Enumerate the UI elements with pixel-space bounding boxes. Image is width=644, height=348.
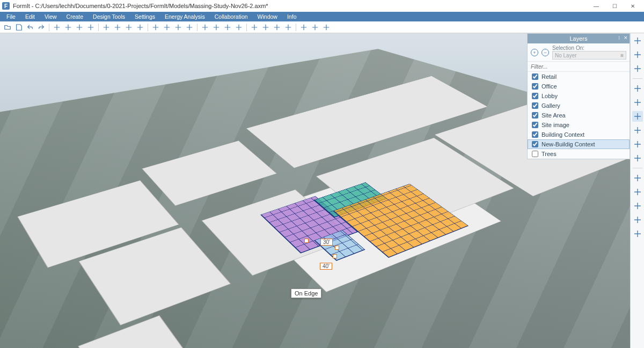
- layer-visibility-checkbox[interactable]: [532, 141, 538, 147]
- layers-panel: Layers ⁝ × + − Selection On: No Layer Re…: [527, 33, 630, 159]
- layer-remove-button[interactable]: −: [541, 49, 549, 56]
- materials-icon[interactable]: [632, 97, 643, 108]
- offset-button[interactable]: [162, 23, 172, 32]
- selection-on-dropdown[interactable]: No Layer: [552, 51, 626, 60]
- properties-icon[interactable]: [632, 153, 643, 164]
- palette-separator: [633, 78, 642, 79]
- menu-view[interactable]: View: [40, 13, 61, 20]
- redo-button[interactable]: [36, 23, 47, 32]
- shell-button[interactable]: [173, 23, 184, 32]
- layer-label: Lobby: [541, 93, 625, 99]
- menu-file[interactable]: File: [2, 13, 20, 20]
- menu-create[interactable]: Create: [62, 13, 88, 20]
- dimension-handle[interactable]: [333, 254, 337, 258]
- shadows-button[interactable]: [211, 23, 222, 32]
- select-button[interactable]: [52, 23, 62, 32]
- layers-icon[interactable]: [632, 125, 643, 136]
- layers-filter-input[interactable]: [531, 63, 626, 70]
- layer-item-new-buildig-context[interactable]: New-Buildig Context: [528, 139, 630, 149]
- layer-visibility-checkbox[interactable]: [532, 83, 538, 90]
- window-maximize[interactable]: ☐: [605, 1, 624, 11]
- layers-filter-row: [528, 62, 630, 72]
- menu-collaboration[interactable]: Collaboration: [210, 13, 252, 20]
- info-button[interactable]: [321, 23, 332, 32]
- north-button[interactable]: [233, 23, 244, 32]
- select-window-button[interactable]: [74, 23, 85, 32]
- window-minimize[interactable]: —: [587, 1, 605, 11]
- menu-info[interactable]: Info: [283, 13, 301, 20]
- window-close[interactable]: ✕: [624, 1, 642, 11]
- analysis-icon[interactable]: [632, 214, 643, 225]
- select-filter-button[interactable]: [85, 23, 96, 32]
- layer-visibility-checkbox[interactable]: [532, 131, 538, 138]
- layer-item-gallery[interactable]: Gallery: [528, 101, 630, 110]
- layer-visibility-checkbox[interactable]: [532, 102, 538, 109]
- app-logo: F: [2, 2, 10, 10]
- layer-label: Office: [541, 83, 625, 90]
- dyanmo-icon[interactable]: [632, 173, 643, 183]
- content-library-icon[interactable]: [632, 187, 643, 197]
- layers-list: RetailOfficeLobbyGallerySite AreaSite im…: [528, 72, 630, 159]
- toolbar-separator: [49, 24, 49, 31]
- layer-item-lobby[interactable]: Lobby: [528, 91, 630, 101]
- layers-settings-icon[interactable]: ⁝: [618, 35, 620, 41]
- section-button[interactable]: [135, 23, 145, 32]
- layers-close-icon[interactable]: ×: [624, 34, 627, 41]
- undo-icon[interactable]: [632, 35, 643, 46]
- ea-settings-button[interactable]: [283, 23, 294, 32]
- save-button[interactable]: [13, 23, 24, 32]
- location-button[interactable]: [222, 23, 233, 32]
- undo-button[interactable]: [25, 23, 35, 32]
- palette-separator: [633, 168, 642, 168]
- toolbar-separator: [296, 24, 296, 31]
- group-icon[interactable]: [632, 63, 643, 74]
- open-button[interactable]: [2, 23, 13, 32]
- layer-label: New-Buildig Context: [541, 141, 625, 147]
- pushpull-button[interactable]: [150, 23, 161, 32]
- layer-visibility-checkbox[interactable]: [532, 151, 538, 157]
- bim360-icon[interactable]: [632, 201, 643, 211]
- menu-design-tools[interactable]: Design Tools: [89, 13, 129, 20]
- layer-item-trees[interactable]: Trees: [528, 149, 630, 159]
- area-button[interactable]: [123, 23, 134, 32]
- layer-item-office[interactable]: Office: [528, 82, 630, 91]
- layer-visibility-checkbox[interactable]: [532, 112, 538, 119]
- layer-visibility-checkbox[interactable]: [532, 73, 538, 80]
- angle-button[interactable]: [112, 23, 123, 32]
- layer-visibility-checkbox[interactable]: [532, 93, 538, 99]
- menu-settings[interactable]: Settings: [130, 13, 159, 20]
- measure-button[interactable]: [101, 23, 112, 32]
- levels-icon[interactable]: [632, 83, 643, 94]
- energy-button[interactable]: [249, 23, 260, 32]
- help-button[interactable]: [298, 23, 309, 32]
- layer-label: Site Area: [541, 112, 625, 119]
- menu-energy-analysis[interactable]: Energy Analysis: [160, 13, 209, 20]
- layer-item-site-area[interactable]: Site Area: [528, 110, 630, 120]
- sun-button[interactable]: [200, 23, 210, 32]
- solar-button[interactable]: [260, 23, 271, 32]
- select-lasso-button[interactable]: [63, 23, 74, 32]
- selection-on-label: Selection On:: [552, 45, 626, 51]
- menu-window[interactable]: Window: [253, 13, 282, 20]
- main-area: 30' 40' On Edge Layers ⁝ × + − Selection…: [0, 33, 644, 348]
- selection-icon[interactable]: [632, 49, 643, 60]
- menu-edit[interactable]: Edit: [21, 13, 39, 20]
- layer-add-button[interactable]: +: [531, 49, 538, 56]
- dimension-label-2: 40': [320, 263, 332, 270]
- layer-item-retail[interactable]: Retail: [528, 72, 630, 82]
- toolbar: [0, 21, 644, 33]
- dimension-handle[interactable]: [335, 246, 339, 250]
- dimension-handle[interactable]: [304, 239, 309, 243]
- title-bar: F FormIt - C:/Users/lechh/Documents/0-20…: [0, 0, 644, 12]
- layer-visibility-checkbox[interactable]: [532, 122, 538, 128]
- collab-icon[interactable]: [632, 228, 643, 239]
- wind-button[interactable]: [272, 23, 282, 32]
- array-button[interactable]: [184, 23, 195, 32]
- visual-styles-icon[interactable]: [632, 139, 643, 150]
- scenes-icon[interactable]: [632, 111, 643, 122]
- layer-item-site-image[interactable]: Site image: [528, 120, 630, 130]
- layer-item-building-context[interactable]: Building Context: [528, 130, 630, 139]
- user-button[interactable]: [310, 23, 320, 32]
- app-name: FormIt - C:/Users/lechh/Documents/0-2021…: [13, 3, 268, 9]
- layers-selection-row: + − Selection On: No Layer: [528, 43, 630, 62]
